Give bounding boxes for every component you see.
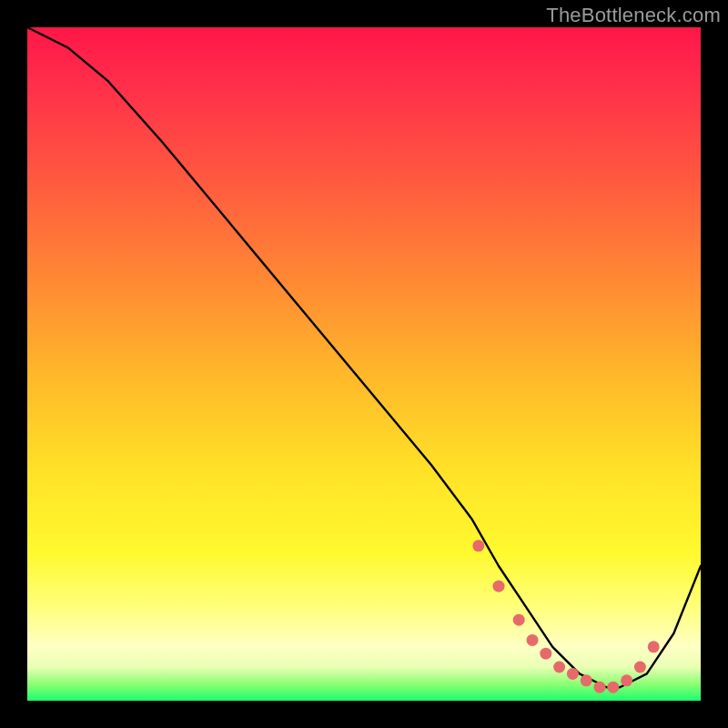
chart-frame: TheBottleneck.com <box>0 0 728 728</box>
highlight-dot <box>581 674 592 686</box>
plot-area <box>27 27 701 701</box>
curve-layer <box>27 27 701 701</box>
highlight-dot <box>513 614 525 626</box>
highlight-dot <box>553 662 565 673</box>
highlight-dot <box>527 634 539 646</box>
highlight-dot <box>567 668 579 680</box>
bottleneck-curve <box>27 27 701 687</box>
highlight-dot <box>540 648 551 660</box>
highlight-dot <box>648 641 660 652</box>
highlight-dot <box>493 581 505 592</box>
highlight-dot <box>621 674 632 686</box>
highlight-dot <box>607 682 619 693</box>
highlight-dot <box>634 662 646 673</box>
highlight-dot <box>594 682 606 693</box>
highlight-dots <box>472 540 659 693</box>
watermark-text: TheBottleneck.com <box>546 4 721 27</box>
highlight-dot <box>472 540 484 551</box>
